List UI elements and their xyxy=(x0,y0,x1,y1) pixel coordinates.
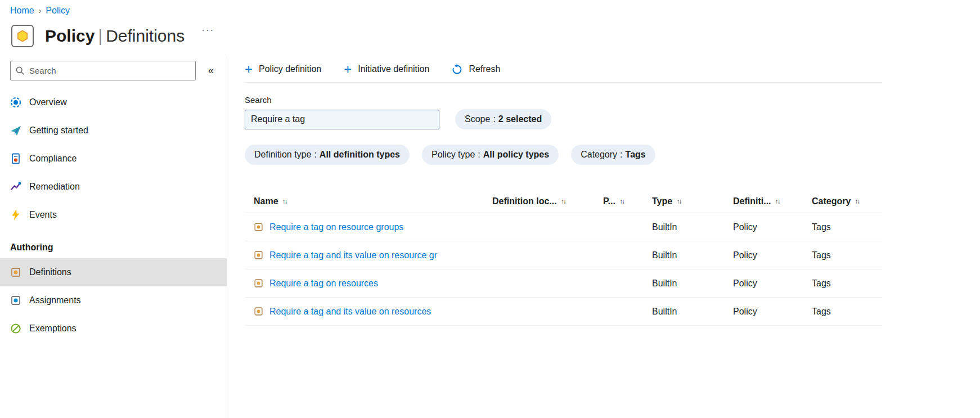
sidebar-nav: Overview Getting started xyxy=(0,88,227,343)
policy-definition-icon xyxy=(254,307,263,316)
sidebar-item-label: Exemptions xyxy=(29,323,77,334)
policy-definition-icon xyxy=(254,278,263,288)
policy-definition-icon xyxy=(254,222,263,232)
filter-pill-separator: : xyxy=(475,150,483,160)
filter-pill-name: Policy type xyxy=(431,150,475,160)
table-row[interactable]: Require a tag on resource groups BuiltIn… xyxy=(245,213,882,241)
page-title: Policy|Definitions xyxy=(45,26,185,46)
definition-name-link[interactable]: Require a tag and its value on resource … xyxy=(269,250,437,260)
filter-pill-separator: : xyxy=(617,150,625,160)
breadcrumb-policy-link[interactable]: Policy xyxy=(46,6,70,16)
column-header-definition-location[interactable]: Definition loc... ↑↓ xyxy=(492,196,603,206)
sidebar-search-input[interactable] xyxy=(29,66,191,75)
sort-icon: ↑↓ xyxy=(676,197,681,205)
add-policy-definition-button[interactable]: + Policy definition xyxy=(245,62,321,76)
sidebar-search-box[interactable] xyxy=(10,61,196,80)
filter-pill-policy-type[interactable]: Policy type : All policy types xyxy=(422,145,559,165)
sidebar-item-definitions[interactable]: Definitions xyxy=(0,258,227,286)
content-row: « Overview Getting s xyxy=(0,55,980,418)
column-header-definition-type[interactable]: Definiti... ↑↓ xyxy=(733,196,812,206)
definition-name-link[interactable]: Require a tag and its value on resources xyxy=(269,307,431,317)
filter-pill-category[interactable]: Category : Tags xyxy=(571,145,655,165)
main-content: + Policy definition + Initiative definit… xyxy=(227,55,980,418)
column-header-label: Type xyxy=(652,196,672,206)
sidebar-item-label: Overview xyxy=(29,97,67,107)
assignments-icon xyxy=(10,295,21,306)
add-initiative-definition-label: Initiative definition xyxy=(358,64,429,74)
table-row[interactable]: Require a tag on resources BuiltIn Polic… xyxy=(245,269,882,298)
cell-definition-type: Policy xyxy=(733,307,812,317)
events-icon xyxy=(10,209,21,221)
page-title-app: Policy xyxy=(45,26,95,45)
add-initiative-definition-button[interactable]: + Initiative definition xyxy=(344,62,429,76)
sidebar-item-events[interactable]: Events xyxy=(0,201,227,229)
remediation-icon xyxy=(10,181,21,192)
filter-pill-name: Definition type xyxy=(254,150,311,160)
plus-icon: + xyxy=(245,62,253,76)
sidebar-item-remediation[interactable]: Remediation xyxy=(0,173,227,201)
filter-pill-name: Scope xyxy=(465,114,490,124)
overview-icon xyxy=(10,97,21,108)
sidebar: « Overview Getting s xyxy=(0,55,227,418)
page-header: Policy|Definitions ··· xyxy=(0,16,980,52)
column-header-label: Definition loc... xyxy=(492,196,557,206)
column-header-label: Definiti... xyxy=(733,196,771,206)
cell-type: BuiltIn xyxy=(652,278,733,289)
breadcrumb-home-link[interactable]: Home xyxy=(10,6,34,16)
toolbar-divider xyxy=(245,82,882,83)
definition-name-link[interactable]: Require a tag on resources xyxy=(269,278,378,289)
sidebar-item-label: Compliance xyxy=(29,154,77,164)
sort-icon: ↑↓ xyxy=(855,197,859,205)
sort-icon: ↑↓ xyxy=(561,197,565,205)
sidebar-item-label: Definitions xyxy=(29,267,71,277)
getting-started-icon xyxy=(10,125,21,136)
sidebar-collapse-button[interactable]: « xyxy=(208,65,214,77)
cell-definition-type: Policy xyxy=(733,250,812,260)
filter-pill-value: All policy types xyxy=(483,150,549,160)
exemptions-icon xyxy=(10,323,21,334)
column-header-p[interactable]: P... ↑↓ xyxy=(603,196,652,206)
definitions-search-box[interactable] xyxy=(245,110,439,129)
column-header-name[interactable]: Name ↑↓ xyxy=(245,196,492,206)
sidebar-item-exemptions[interactable]: Exemptions xyxy=(0,314,227,343)
sort-icon: ↑↓ xyxy=(282,197,287,205)
cell-category: Tags xyxy=(812,278,882,289)
table-header-row: Name ↑↓ Definition loc... ↑↓ P... ↑↓ Typ… xyxy=(245,190,882,213)
sidebar-item-label: Getting started xyxy=(29,125,88,136)
filter-row-secondary: Definition type : All definition types P… xyxy=(245,145,882,165)
definition-name-link[interactable]: Require a tag on resource groups xyxy=(269,222,403,232)
column-header-label: P... xyxy=(603,196,615,206)
plus-icon: + xyxy=(344,62,352,76)
sidebar-item-overview[interactable]: Overview xyxy=(0,88,227,116)
filter-pill-value: Tags xyxy=(626,150,646,160)
page-title-pipe: | xyxy=(95,26,106,45)
column-header-type[interactable]: Type ↑↓ xyxy=(652,196,733,206)
search-field-label: Search xyxy=(245,95,882,105)
column-header-category[interactable]: Category ↑↓ xyxy=(812,196,882,206)
definitions-table: Name ↑↓ Definition loc... ↑↓ P... ↑↓ Typ… xyxy=(245,190,882,326)
refresh-button[interactable]: Refresh xyxy=(452,64,500,75)
breadcrumb-separator-icon: › xyxy=(39,6,42,15)
sidebar-item-label: Assignments xyxy=(29,295,81,305)
table-row[interactable]: Require a tag and its value on resources… xyxy=(245,298,882,326)
sidebar-item-compliance[interactable]: Compliance xyxy=(0,145,227,173)
filter-pill-value: All definition types xyxy=(320,150,400,160)
definitions-search-input[interactable] xyxy=(251,114,433,124)
sidebar-item-getting-started[interactable]: Getting started xyxy=(0,116,227,145)
more-menu-button[interactable]: ··· xyxy=(201,25,214,36)
filter-pill-value: 2 selected xyxy=(498,114,542,124)
sort-icon: ↑↓ xyxy=(775,197,780,205)
sidebar-item-label: Remediation xyxy=(29,182,80,192)
cell-type: BuiltIn xyxy=(652,250,733,260)
filter-pill-separator: : xyxy=(490,114,498,124)
filter-pill-scope[interactable]: Scope : 2 selected xyxy=(455,109,551,129)
definitions-icon xyxy=(10,267,21,278)
cell-category: Tags xyxy=(812,307,882,317)
cell-category: Tags xyxy=(812,222,882,232)
filter-pill-definition-type[interactable]: Definition type : All definition types xyxy=(245,145,410,165)
compliance-icon xyxy=(10,153,21,164)
refresh-icon xyxy=(452,64,462,75)
sidebar-item-assignments[interactable]: Assignments xyxy=(0,286,227,314)
cell-type: BuiltIn xyxy=(652,307,733,317)
table-row[interactable]: Require a tag and its value on resource … xyxy=(245,241,882,269)
